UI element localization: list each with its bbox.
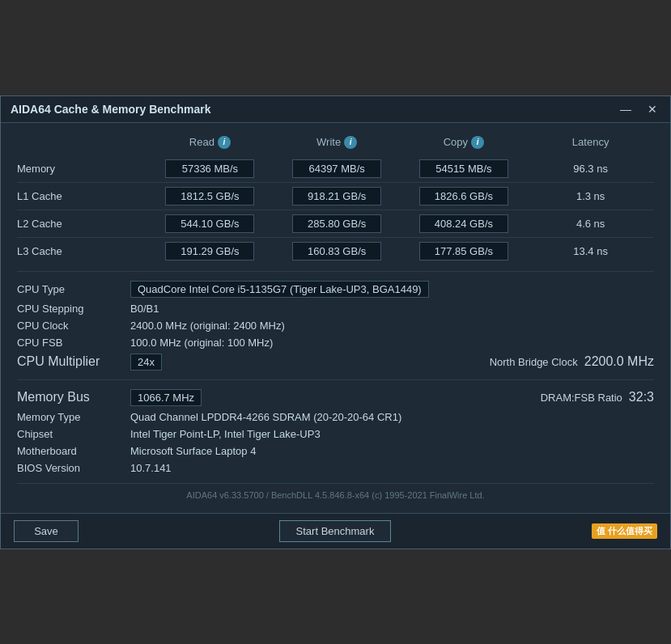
cpu-clock-value: 2400.0 MHz (original: 2400 MHz) (130, 320, 285, 332)
section-divider-2 (17, 379, 654, 380)
title-bar: AIDA64 Cache & Memory Benchmark — ✕ (1, 96, 670, 123)
footer-text: AIDA64 v6.33.5700 / BenchDLL 4.5.846.8-x… (17, 483, 654, 503)
memory-bus-value: 1066.7 MHz (130, 389, 202, 406)
chipset-value: Intel Tiger Point-LP, Intel Tiger Lake-U… (130, 428, 321, 440)
memory-copy: 54515 MB/s (401, 159, 528, 178)
content-area: Read i Write i Copy i Latency Memory 573… (1, 123, 670, 513)
bios-row: BIOS Version 10.7.141 (17, 460, 654, 477)
memory-label: Memory (17, 163, 147, 175)
read-info-icon[interactable]: i (218, 136, 231, 149)
column-headers: Read i Write i Copy i Latency (17, 133, 654, 152)
button-bar: Save Start Benchmark 值 什么值得买 (1, 513, 670, 549)
l3-row: L3 Cache 191.29 GB/s 160.83 GB/s 177.85 … (17, 238, 654, 265)
memory-latency: 96.3 ns (527, 163, 654, 175)
l2-write: 285.80 GB/s (274, 214, 401, 233)
cpu-multiplier-value: 24x (130, 354, 162, 371)
col-read-header: Read i (147, 136, 274, 149)
l3-latency: 13.4 ns (527, 245, 654, 257)
cpu-stepping-value: B0/B1 (130, 303, 159, 315)
section-divider (17, 271, 654, 272)
chipset-label: Chipset (17, 428, 130, 440)
chipset-row: Chipset Intel Tiger Point-LP, Intel Tige… (17, 426, 654, 443)
watermark-badge: 值 什么值得买 (592, 523, 657, 539)
l1-read: 1812.5 GB/s (147, 187, 274, 205)
write-info-icon[interactable]: i (344, 136, 357, 149)
north-bridge-value: 2200.0 MHz (584, 354, 654, 369)
col-latency-header: Latency (527, 136, 654, 149)
north-bridge-label: North Bridge Clock (490, 356, 584, 368)
bios-label: BIOS Version (17, 462, 130, 474)
l1-copy: 1826.6 GB/s (401, 187, 528, 205)
motherboard-row: Motherboard Microsoft Surface Laptop 4 (17, 443, 654, 460)
memory-row: Memory 57336 MB/s 64397 MB/s 54515 MB/s … (17, 155, 654, 183)
cpu-type-value: QuadCore Intel Core i5-1135G7 (Tiger Lak… (130, 281, 429, 298)
cpu-multiplier-label: CPU Multiplier (17, 354, 130, 369)
col-write-header: Write i (274, 136, 401, 149)
l2-row: L2 Cache 544.10 GB/s 285.80 GB/s 408.24 … (17, 210, 654, 238)
l1-write: 918.21 GB/s (274, 187, 401, 205)
cpu-fsb-value: 100.0 MHz (original: 100 MHz) (130, 337, 273, 349)
l2-label: L2 Cache (17, 218, 147, 230)
l3-write: 160.83 GB/s (274, 242, 401, 261)
l2-copy: 408.24 GB/s (401, 214, 528, 233)
bench-table: Memory 57336 MB/s 64397 MB/s 54515 MB/s … (17, 155, 654, 265)
benchmark-button[interactable]: Start Benchmark (279, 520, 392, 542)
cpu-clock-label: CPU Clock (17, 320, 130, 332)
l2-read: 544.10 GB/s (147, 214, 274, 233)
main-window: AIDA64 Cache & Memory Benchmark — ✕ Read… (0, 95, 671, 549)
cpu-type-row: CPU Type QuadCore Intel Core i5-1135G7 (… (17, 278, 654, 300)
info-section: CPU Type QuadCore Intel Core i5-1135G7 (… (17, 278, 654, 477)
col-copy-header: Copy i (401, 136, 528, 149)
l1-latency: 1.3 ns (527, 190, 654, 202)
motherboard-value: Microsoft Surface Laptop 4 (130, 445, 256, 457)
motherboard-label: Motherboard (17, 445, 130, 457)
l2-latency: 4.6 ns (527, 218, 654, 230)
memory-bus-dram-section: 1066.7 MHz DRAM:FSB Ratio 32:3 (130, 389, 654, 406)
cpu-fsb-row: CPU FSB 100.0 MHz (original: 100 MHz) (17, 334, 654, 351)
cpu-clock-row: CPU Clock 2400.0 MHz (original: 2400 MHz… (17, 317, 654, 334)
memory-type-value: Quad Channel LPDDR4-4266 SDRAM (20-20-20… (130, 411, 401, 423)
memory-type-row: Memory Type Quad Channel LPDDR4-4266 SDR… (17, 409, 654, 426)
cpu-multiplier-row: CPU Multiplier 24x North Bridge Clock 22… (17, 351, 654, 373)
cpu-type-label: CPU Type (17, 283, 130, 295)
window-controls: — ✕ (617, 103, 660, 116)
memory-type-label: Memory Type (17, 411, 130, 423)
cpu-stepping-row: CPU Stepping B0/B1 (17, 300, 654, 317)
close-button[interactable]: ✕ (644, 103, 660, 116)
save-button[interactable]: Save (14, 520, 79, 542)
l1-row: L1 Cache 1812.5 GB/s 918.21 GB/s 1826.6 … (17, 183, 654, 210)
l3-read: 191.29 GB/s (147, 242, 274, 261)
minimize-button[interactable]: — (617, 103, 635, 116)
memory-write: 64397 MB/s (274, 159, 401, 178)
memory-bus-label: Memory Bus (17, 390, 130, 405)
l3-label: L3 Cache (17, 245, 147, 257)
window-title: AIDA64 Cache & Memory Benchmark (11, 103, 210, 116)
memory-read: 57336 MB/s (147, 159, 274, 178)
bios-value: 10.7.141 (130, 462, 172, 474)
dram-fsb-value: 32:3 (629, 390, 654, 405)
memory-bus-row: Memory Bus 1066.7 MHz DRAM:FSB Ratio 32:… (17, 387, 654, 409)
l3-copy: 177.85 GB/s (401, 242, 528, 261)
cpu-stepping-label: CPU Stepping (17, 303, 130, 315)
multiplier-north-section: 24x North Bridge Clock 2200.0 MHz (130, 354, 654, 371)
copy-info-icon[interactable]: i (471, 136, 484, 149)
cpu-fsb-label: CPU FSB (17, 337, 130, 349)
dram-fsb-label: DRAM:FSB Ratio (541, 392, 629, 404)
col-label-empty (17, 136, 147, 149)
l1-label: L1 Cache (17, 190, 147, 202)
